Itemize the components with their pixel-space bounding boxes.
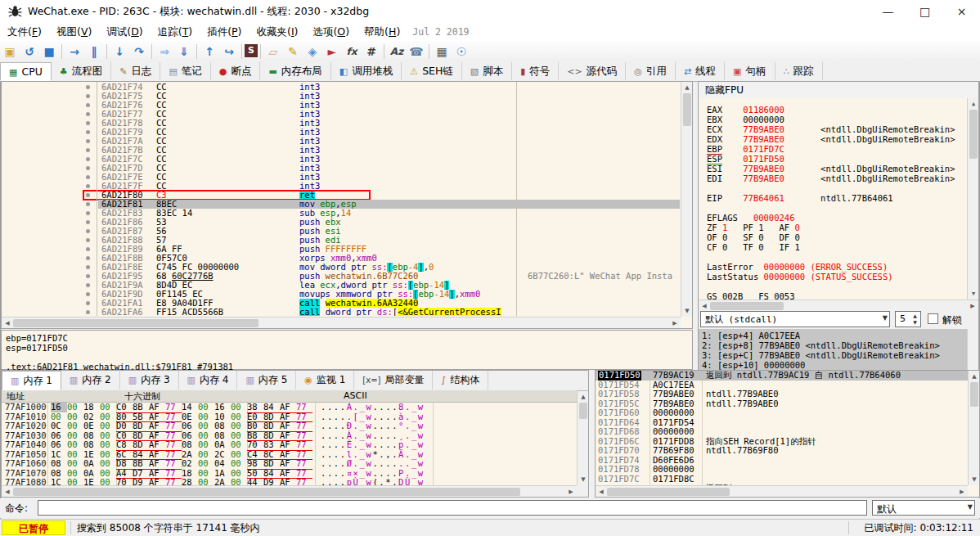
breakpoint-dot-icon[interactable]	[86, 175, 90, 179]
stack-row[interactable]: 0171FD6C0171FDD8指向SEH_Record[1]的指针	[596, 437, 968, 447]
globe-icon[interactable]: ☉	[452, 43, 471, 61]
stack-row[interactable]: 0171FD7077B69F80ntdll.77B69F80	[596, 446, 968, 456]
tab-引用[interactable]: ◎引用	[626, 62, 676, 80]
restart-icon[interactable]: ↺	[20, 43, 39, 61]
breakpoint-dot-icon[interactable]	[86, 211, 90, 215]
dump-horizontal-scrollbar[interactable]: ◀ ▶	[2, 485, 577, 497]
stack-row[interactable]: 0171FD7800000000	[596, 465, 968, 475]
breakpoint-dot-icon[interactable]	[86, 256, 90, 260]
stack-row[interactable]: 0171FD5877B9ABE0ntdll.77B9ABE0	[596, 390, 968, 399]
stack-row[interactable]: 0171FD74D60FE6D6	[596, 456, 968, 466]
stack-vertical-scrollbar[interactable]: ▲ ▼	[968, 371, 979, 485]
bottom-tab-结构体[interactable]: ∫结构体	[433, 371, 488, 390]
stack-row[interactable]: 0171FD6800000000	[596, 427, 968, 437]
bottom-tab-局部变量[interactable]: [x=]局部变量	[354, 371, 433, 390]
tab-源代码[interactable]: <>源代码	[559, 62, 626, 80]
run-until-icon[interactable]: ⇓	[174, 43, 194, 61]
dump-row[interactable]: 77AF104006000800C88DAF7708000A007083AF77…	[2, 440, 577, 450]
argument-row[interactable]: 1: [esp+4] A0C17EEA	[702, 331, 800, 340]
registers-list[interactable]: ▲ ▼ EAX 01186000EBX 00000000ECX 77B9ABE0…	[699, 98, 978, 300]
stack-row[interactable]: 0171FD7C0171FD8C	[596, 475, 968, 484]
stack-row[interactable]: 0171FD6000000000	[596, 408, 968, 418]
tab-笔记[interactable]: ▤笔记	[160, 62, 210, 80]
breakpoint-dot-icon[interactable]	[86, 193, 90, 197]
register-line[interactable]: ESP 0171FD50	[707, 154, 784, 164]
argument-row[interactable]: 4: [esp+10] 00000000	[702, 360, 805, 370]
patches-icon[interactable]: ▱	[263, 43, 283, 61]
run-to-user-code-icon[interactable]: ↪	[219, 43, 239, 61]
minimize-button[interactable]: —	[870, 0, 906, 23]
breakpoint-dot-icon[interactable]	[86, 247, 90, 251]
breakpoint-dot-icon[interactable]	[86, 274, 90, 278]
breakpoint-dot-icon[interactable]	[86, 220, 90, 224]
close-button[interactable]: ×	[943, 0, 980, 23]
breakpoint-dot-icon[interactable]	[86, 121, 90, 125]
register-line[interactable]: GS 002B FS 0053	[707, 291, 794, 300]
close-debuggee-icon[interactable]: ■	[39, 43, 59, 61]
stack-row[interactable]: 0171FD5C77B9ABE0ntdll.77B9ABE0	[596, 399, 968, 409]
register-line[interactable]: LastStatus 00000000 (STATUS_SUCCESS)	[707, 272, 893, 282]
case-az-icon[interactable]: Az	[387, 43, 407, 61]
breakpoint-dot-icon[interactable]	[86, 94, 90, 98]
command-profile-select[interactable]: 默认 ▼	[872, 500, 975, 516]
dump-row[interactable]: 77AF10801C001E0070D9AF7728002A0044D9AF77…	[2, 478, 577, 485]
bookmarks-icon[interactable]: ►	[322, 43, 342, 61]
register-line[interactable]: CF 0 TF 0 IF 1	[707, 242, 800, 252]
argument-row[interactable]: 3: [esp+C] 77B9ABE0 <ntdll.DbgUiRemoteBr…	[702, 350, 940, 360]
tab-SEH链[interactable]: ⚠SEH链	[402, 62, 462, 80]
open-file-icon[interactable]: ▣	[0, 43, 20, 61]
stack-row[interactable]: 0171FD54A0C17EEA	[596, 381, 968, 390]
registers-vertical-scrollbar[interactable]: ▲ ▼	[967, 98, 978, 300]
breakpoint-dot-icon[interactable]	[86, 229, 90, 233]
register-line[interactable]: EFLAGS 00000246	[707, 213, 794, 223]
breakpoint-dot-icon[interactable]	[86, 265, 90, 269]
labels-icon[interactable]: ◈	[303, 43, 322, 61]
register-line[interactable]: EAX 01186000	[707, 105, 784, 115]
tab-脚本[interactable]: ▧脚本	[462, 62, 512, 80]
breakpoint-dot-icon[interactable]	[86, 238, 90, 242]
attach-icon[interactable]: ☎	[407, 43, 426, 61]
breakpoint-dot-icon[interactable]	[86, 148, 90, 152]
breakpoint-dot-icon[interactable]	[86, 157, 90, 161]
breakpoint-dot-icon[interactable]	[86, 112, 90, 116]
breakpoint-dot-icon[interactable]	[86, 283, 90, 287]
stack-row[interactable]: 0171FD640171FD54	[596, 418, 968, 428]
menu-item-h[interactable]: 帮助(H)	[357, 23, 407, 42]
dump-row[interactable]: 77AF100016001800C08BAF77140016003884AF77…	[2, 403, 577, 412]
bottom-tab-监视 1[interactable]: ◉监视 1	[296, 371, 354, 390]
arguments-vertical-scrollbar[interactable]	[967, 329, 978, 371]
breakpoint-dot-icon[interactable]	[86, 139, 90, 143]
tab-内存布局[interactable]: ▬内存布局	[260, 62, 330, 80]
bottom-tab-内存 4[interactable]: ▥内存 4	[179, 371, 238, 390]
run-icon[interactable]: →	[65, 43, 84, 61]
breakpoint-dot-icon[interactable]	[86, 292, 90, 296]
tab-句柄[interactable]: ▣句柄	[725, 62, 775, 80]
bottom-tab-内存 3[interactable]: ▥内存 3	[120, 371, 179, 390]
stack-row[interactable]: 0171FD5077B9AC19返回到 ntdll.77B9AC19 自 ntd…	[596, 371, 968, 381]
hash-icon[interactable]: #	[362, 43, 381, 61]
settings-s-icon[interactable]: S	[245, 44, 258, 57]
execute-till-return-icon[interactable]: ↑	[200, 43, 219, 61]
maximize-button[interactable]: □	[906, 0, 943, 23]
spinner-down-icon[interactable]: ▼	[910, 319, 919, 326]
tab-跟踪[interactable]: ∴跟踪	[775, 62, 823, 80]
command-input[interactable]	[38, 500, 867, 516]
pause-icon[interactable]: ‖	[84, 43, 104, 61]
unlock-checkbox[interactable]	[928, 313, 938, 324]
arg-count-spinner[interactable]: 5 ▲ ▼	[895, 311, 921, 327]
menu-item-f[interactable]: 文件(F)	[0, 23, 49, 42]
argument-row[interactable]: 2: [esp+8] 77B9ABE0 <ntdll.DbgUiRemoteBr…	[702, 340, 940, 350]
tab-断点[interactable]: ●断点	[211, 62, 261, 80]
register-line[interactable]: ZF 1 PF 1 AF 0	[707, 223, 800, 232]
menu-item-d[interactable]: 调试(D)	[99, 23, 150, 42]
bottom-tab-内存 5[interactable]: ▥内存 5	[237, 371, 296, 390]
registers-horizontal-scrollbar[interactable]: ◀ ▶	[699, 300, 978, 311]
spinner-up-icon[interactable]: ▲	[910, 313, 919, 319]
breakpoint-dot-icon[interactable]	[86, 85, 90, 89]
menu-item-o[interactable]: 选项(O)	[305, 23, 357, 42]
breakpoint-dot-icon[interactable]	[86, 103, 90, 107]
menu-item-v[interactable]: 视图(V)	[49, 23, 99, 42]
register-line[interactable]: EDI 77B9ABE0 <ntdll.DbgUiRemoteBreakin>	[707, 173, 955, 183]
register-line[interactable]: EBX 00000000	[707, 115, 784, 124]
breakpoint-dot-icon[interactable]	[86, 310, 90, 314]
